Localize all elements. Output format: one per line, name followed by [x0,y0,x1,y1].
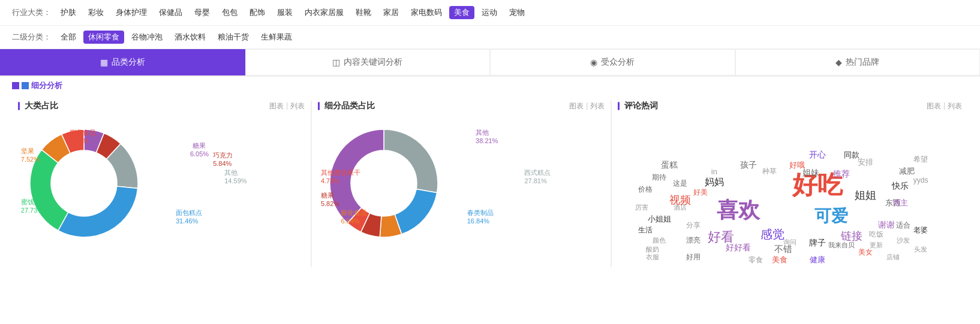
word-孩子[interactable]: 孩子 [740,160,757,171]
word-推荐[interactable]: 推荐 [833,169,850,180]
word-喜欢[interactable]: 喜欢 [717,196,760,225]
industry-item-家居[interactable]: 家居 [378,6,404,19]
industry-items: 护肤彩妆身体护理保健品母婴包包配饰服装内衣家居服鞋靴家居家电数码美食运动宠物 [56,6,530,19]
main-tabs: ▦ 品类分析 ◫ 内容关键词分析 ◉ 受众分析 ◆ 热门品牌 [0,49,980,77]
brand-icon: ◆ [835,57,842,67]
word-酒店[interactable]: 酒店 [674,203,687,212]
sub-category-item-酒水饮料[interactable]: 酒水饮料 [170,31,211,44]
word-姐妹[interactable]: 姐妹 [802,168,819,178]
sub-category-item-休闲零食[interactable]: 休闲零食 [83,31,124,44]
sub-category-items: 全部休闲零食谷物冲泡酒水饮料粮油干货生鲜果蔬 [56,31,297,44]
industry-item-保健品[interactable]: 保健品 [154,6,187,19]
word-好美[interactable]: 好美 [693,187,708,198]
sub-category-header: 细分品类占比 图表 | 列表 [318,101,605,111]
word-头发[interactable]: 头发 [914,245,927,254]
industry-item-母婴[interactable]: 母婴 [190,6,215,19]
hot-words-chart: 评论热词 图表 | 列表 好吃喜欢可爱好看感觉视频链接妈妈姐姐不错谢谢快乐孩子好… [612,101,968,267]
label-chocolate: 巧克力5.84% [213,151,233,167]
main-category-chart-view[interactable]: 图表 [269,101,284,111]
word-希望[interactable]: 希望 [913,155,928,165]
industry-item-护肤[interactable]: 护肤 [56,6,81,19]
industry-item-鞋靴[interactable]: 鞋靴 [351,6,376,19]
industry-item-家电数码[interactable]: 家电数码 [406,6,447,19]
label-western-pastry: 西式糕点27.81% [524,168,551,184]
word-吃饭[interactable]: 吃饭 [869,229,883,240]
word-同款[interactable]: 同款 [844,150,859,161]
sub-category-chart-view[interactable]: 图表 [569,101,584,111]
word-沙发[interactable]: 沙发 [897,236,910,245]
industry-item-包包[interactable]: 包包 [217,6,242,19]
hot-words-list-view[interactable]: 列表 [948,101,962,111]
tab-audience-label: 受众分析 [601,57,635,68]
word-种草[interactable]: 种草 [762,166,777,177]
word-美食[interactable]: 美食 [772,255,787,265]
word-姐姐[interactable]: 姐姐 [855,188,876,202]
sub-category-item-谷物冲泡[interactable]: 谷物冲泡 [127,31,167,44]
hot-words-toggle: 图表 | 列表 [927,101,962,111]
word-询问[interactable]: 询问 [783,237,796,246]
industry-item-身体护理[interactable]: 身体护理 [111,6,152,19]
word-健康[interactable]: 健康 [810,255,825,265]
industry-item-美食[interactable]: 美食 [449,6,474,19]
sub-category-list-view[interactable]: 列表 [590,101,605,111]
tab-brands[interactable]: ◆ 热门品牌 [735,49,981,75]
sub-category-donut [318,117,450,249]
sub-category-donut-wrapper: 西式糕点27.81% 春类制品16.84% 膨化食品6.54% 糖果5.82% … [318,117,605,251]
word-分享[interactable]: 分享 [686,220,701,231]
main-category-header: 大类占比 图表 | 列表 [18,101,305,111]
label-spring: 春类制品16.84% [467,208,494,225]
word-妈妈[interactable]: 妈妈 [705,175,724,188]
word-厉害[interactable]: 厉害 [635,203,648,212]
word-安排[interactable]: 安排 [858,157,873,168]
word-更新[interactable]: 更新 [870,240,883,249]
word-感觉[interactable]: 感觉 [760,226,784,243]
industry-item-彩妆[interactable]: 彩妆 [83,6,109,19]
label-other: 其他14.59% [224,168,246,184]
sub-category-item-生鲜果蔬[interactable]: 生鲜果蔬 [256,31,297,44]
word-店铺[interactable]: 店铺 [886,252,900,261]
industry-item-内衣家居服[interactable]: 内衣家居服 [300,6,348,19]
word-可爱[interactable]: 可爱 [814,205,848,228]
content-icon: ◫ [332,57,340,67]
tab-audience[interactable]: ◉ 受众分析 [490,49,735,75]
word-老婆[interactable]: 老婆 [913,225,928,235]
word-减肥[interactable]: 减肥 [899,166,915,177]
industry-item-运动[interactable]: 运动 [477,6,502,19]
word-开心[interactable]: 开心 [809,150,826,161]
word-好用[interactable]: 好用 [686,252,701,262]
industry-item-宠物[interactable]: 宠物 [504,6,530,19]
word-快乐[interactable]: 快乐 [892,181,909,192]
word-零食[interactable]: 零食 [748,255,763,265]
word-颜色[interactable]: 颜色 [653,236,666,245]
tab-keywords[interactable]: ◫ 内容关键词分析 [245,49,491,75]
word-牌子[interactable]: 牌子 [809,238,826,249]
tab-keywords-label: 内容关键词分析 [344,57,402,68]
tab-category[interactable]: ▦ 品类分析 [0,49,245,75]
word-这是[interactable]: 这是 [673,178,687,189]
word-期待[interactable]: 期待 [652,172,666,183]
word-in[interactable]: in [711,167,717,176]
sub-category-toggle: 图表 | 列表 [569,101,605,111]
word-衣服[interactable]: 衣服 [646,252,659,261]
industry-item-服装[interactable]: 服装 [272,6,297,19]
word-漂亮[interactable]: 漂亮 [686,235,701,246]
word-博主[interactable]: 博主 [892,198,908,208]
section-header: 细分分析 [0,77,980,95]
word-小姐姐[interactable]: 小姐姐 [648,214,671,225]
word-适合[interactable]: 适合 [896,220,910,231]
hot-words-chart-view[interactable]: 图表 [927,101,941,111]
hot-words-header: 评论热词 图表 | 列表 [618,101,962,111]
sub-category-item-粮油干货[interactable]: 粮油干货 [213,31,254,44]
word-好好看[interactable]: 好好看 [726,243,751,253]
main-category-chart: 大类占比 图表 | 列表 糖果6.05% 巧克力5.84% 其他14.59% 面… [12,101,311,267]
word-生活[interactable]: 生活 [638,225,653,235]
industry-item-配饰[interactable]: 配饰 [245,6,270,19]
word-价格[interactable]: 价格 [638,184,653,195]
word-yyds[interactable]: yyds [913,176,928,184]
sub-category-item-全部[interactable]: 全部 [56,31,81,44]
main-category-list-view[interactable]: 列表 [290,101,305,111]
word-蛋糕[interactable]: 蛋糕 [661,160,678,171]
word-我来自贝[interactable]: 我来自贝 [828,240,855,249]
industry-filter: 行业大类： 护肤彩妆身体护理保健品母婴包包配饰服装内衣家居服鞋靴家居家电数码美食… [0,0,980,26]
tab-category-label: 品类分析 [112,57,145,68]
